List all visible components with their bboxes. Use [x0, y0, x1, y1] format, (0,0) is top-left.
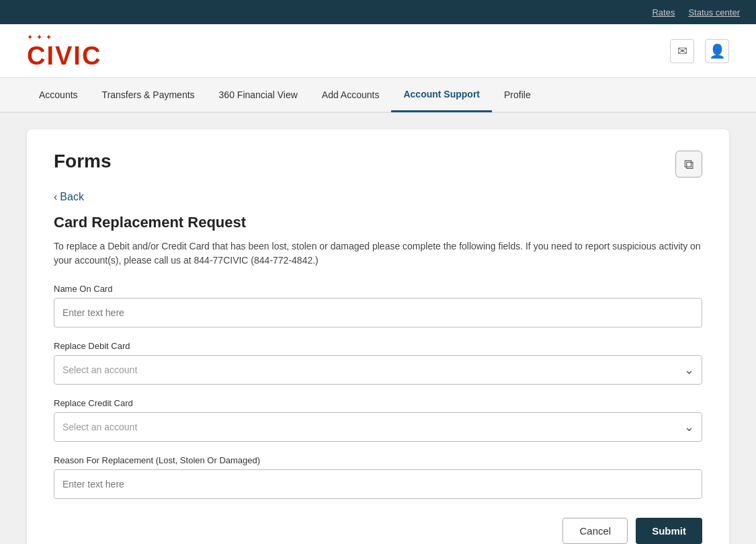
- header: ✦ ✦ ✦ CIVIC ✉ 👤: [0, 24, 756, 78]
- replace-debit-card-label: Replace Debit Card: [54, 341, 702, 351]
- name-on-card-group: Name On Card: [54, 284, 702, 327]
- cancel-button[interactable]: Cancel: [562, 518, 628, 544]
- copy-icon-button[interactable]: ⧉: [675, 151, 702, 178]
- star-icon: ✦: [27, 33, 33, 42]
- card-header: Forms ⧉: [54, 151, 702, 178]
- logo-text: CIVIC: [27, 43, 101, 69]
- user-profile-button[interactable]: 👤: [705, 39, 729, 63]
- star-icon: ✦: [46, 33, 52, 42]
- reason-label: Reason For Replacement (Lost, Stolen Or …: [54, 455, 702, 465]
- copy-icon: ⧉: [684, 157, 694, 172]
- card-title: Forms: [54, 151, 112, 172]
- back-chevron-icon: ‹: [54, 191, 57, 203]
- user-icon: 👤: [709, 43, 726, 59]
- replace-credit-card-select[interactable]: Select an account: [54, 412, 702, 442]
- back-link[interactable]: ‹ Back: [54, 191, 702, 203]
- top-bar: Rates Status center: [0, 0, 756, 24]
- replace-credit-card-group: Replace Credit Card Select an account ⌄: [54, 398, 702, 442]
- nav-item-profile[interactable]: Profile: [492, 77, 543, 112]
- star-icon: ✦: [36, 33, 42, 42]
- nav-item-accounts[interactable]: Accounts: [27, 77, 90, 112]
- replace-debit-card-select-wrapper: Select an account ⌄: [54, 355, 702, 385]
- logo-wrapper: ✦ ✦ ✦ CIVIC: [27, 33, 101, 69]
- reason-group: Reason For Replacement (Lost, Stolen Or …: [54, 455, 702, 499]
- forms-card: Forms ⧉ ‹ Back Card Replacement Request …: [27, 129, 729, 544]
- header-icons: ✉ 👤: [670, 39, 729, 63]
- form-description: To replace a Debit and/or Credit Card th…: [54, 239, 702, 268]
- mail-button[interactable]: ✉: [670, 39, 694, 63]
- main-content: Forms ⧉ ‹ Back Card Replacement Request …: [0, 113, 756, 544]
- replace-credit-card-label: Replace Credit Card: [54, 398, 702, 408]
- mail-icon: ✉: [677, 44, 687, 59]
- submit-button[interactable]: Submit: [636, 518, 702, 544]
- nav-item-add-accounts[interactable]: Add Accounts: [310, 77, 392, 112]
- replace-debit-card-select[interactable]: Select an account: [54, 355, 702, 385]
- nav-item-transfers-payments[interactable]: Transfers & Payments: [90, 77, 207, 112]
- name-on-card-input[interactable]: [54, 298, 702, 327]
- name-on-card-label: Name On Card: [54, 284, 702, 294]
- replace-debit-card-group: Replace Debit Card Select an account ⌄: [54, 341, 702, 385]
- main-nav: Accounts Transfers & Payments 360 Financ…: [0, 78, 756, 113]
- back-label: Back: [60, 191, 84, 203]
- form-actions: Cancel Submit: [54, 518, 702, 544]
- nav-item-account-support[interactable]: Account Support: [391, 77, 492, 112]
- reason-input[interactable]: [54, 469, 702, 499]
- nav-item-360-financial-view[interactable]: 360 Financial View: [207, 77, 310, 112]
- rates-link[interactable]: Rates: [652, 7, 675, 17]
- status-center-link[interactable]: Status center: [688, 7, 740, 17]
- form-section-title: Card Replacement Request: [54, 214, 702, 231]
- logo-stars: ✦ ✦ ✦: [27, 33, 101, 42]
- logo: ✦ ✦ ✦ CIVIC: [27, 33, 101, 69]
- replace-credit-card-select-wrapper: Select an account ⌄: [54, 412, 702, 442]
